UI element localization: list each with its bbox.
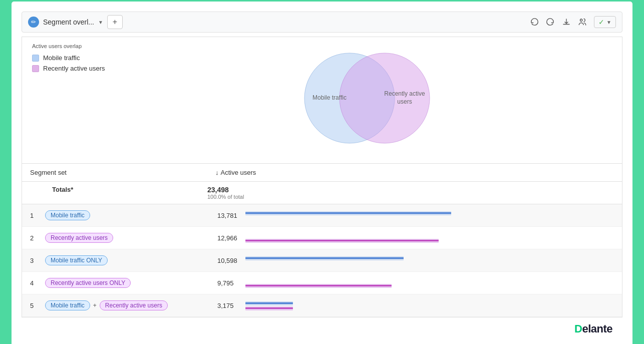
- row-value-container: 10,598: [215, 253, 614, 267]
- data-table: Segment set ↓ Active users Totals* 23,49…: [22, 164, 622, 317]
- legend-color-pink: [32, 65, 39, 72]
- table-row: 5Mobile traffic+Recently active users3,1…: [22, 294, 622, 317]
- toolbar-left: ✏ Segment overl... ▼ +: [28, 15, 530, 29]
- totals-label: Totals*: [52, 186, 207, 200]
- row-segment: Mobile traffic ONLY: [45, 255, 215, 265]
- row-segment: Mobile traffic: [45, 210, 215, 220]
- check-icon: ✓: [598, 18, 604, 26]
- brand-rest: elante: [582, 322, 612, 335]
- pencil-icon: ✏: [28, 17, 39, 28]
- row-number-value: 9,795: [217, 279, 234, 287]
- data-rows-container: 1Mobile traffic13,7812Recently active us…: [22, 204, 622, 317]
- row-value-container: 12,966: [215, 231, 614, 245]
- main-frame: ✏ Segment overl... ▼ + ✓ ▼: [10, 0, 634, 344]
- bar-container: 3,175: [215, 298, 614, 312]
- toolbar-title: Segment overl...: [43, 18, 94, 26]
- row-number-value: 12,966: [217, 234, 237, 242]
- bar-container: 9,795: [215, 276, 614, 290]
- row-value-container: 9,795: [215, 276, 614, 290]
- verified-button[interactable]: ✓ ▼: [594, 16, 616, 28]
- table-row: 1Mobile traffic13,781: [22, 204, 622, 227]
- row-number: 1: [30, 212, 45, 219]
- legend: Active users overlap Mobile traffic Rece…: [32, 43, 122, 72]
- bar-container: 10,598: [215, 253, 614, 267]
- download-icon[interactable]: [562, 18, 571, 27]
- bar-fill-pink: [245, 240, 439, 241]
- row-number-value: 13,781: [217, 212, 237, 219]
- col-header-active: ↓ Active users: [215, 169, 614, 176]
- row-number: 3: [30, 257, 45, 264]
- row-value-container: 3,175: [215, 298, 614, 312]
- table-row: 2Recently active users12,966: [22, 227, 622, 249]
- svg-text:users: users: [397, 98, 412, 105]
- toolbar: ✏ Segment overl... ▼ + ✓ ▼: [22, 12, 622, 33]
- brand-logo: Delante: [574, 322, 612, 335]
- row-segment: Recently active users ONLY: [45, 278, 215, 288]
- row-segment: Recently active users: [45, 233, 215, 243]
- totals-number: 23,498: [207, 186, 614, 194]
- segment-tag[interactable]: Mobile traffic: [45, 210, 90, 220]
- table-row: 4Recently active users ONLY9,795: [22, 272, 622, 294]
- toolbar-dropdown-arrow[interactable]: ▼: [98, 20, 103, 25]
- undo-icon[interactable]: [530, 18, 539, 27]
- totals-value: 23,498 100.0% of total: [207, 186, 614, 200]
- redo-icon[interactable]: [546, 18, 555, 27]
- plus-sign: +: [93, 302, 97, 309]
- verified-dropdown-arrow[interactable]: ▼: [606, 20, 611, 25]
- legend-item-recent: Recently active users: [32, 65, 122, 72]
- bar-container: 13,781: [215, 208, 614, 222]
- segment-tag[interactable]: Recently active users ONLY: [45, 278, 131, 288]
- svg-text:Mobile traffic: Mobile traffic: [312, 94, 347, 101]
- legend-color-blue: [32, 55, 39, 62]
- bar-fill-blue: [245, 212, 451, 214]
- bar-fill-pink: [245, 307, 293, 309]
- svg-point-0: [580, 19, 583, 22]
- row-number-value: 10,598: [217, 257, 237, 264]
- branding: Delante: [22, 317, 622, 338]
- brand-d: D: [574, 322, 582, 335]
- segment-tag[interactable]: Mobile traffic ONLY: [45, 255, 108, 265]
- bar-fill-pink: [245, 285, 392, 286]
- sort-arrow: ↓: [215, 169, 219, 176]
- chart-area: Active users overlap Mobile traffic Rece…: [22, 37, 622, 164]
- add-button[interactable]: +: [107, 15, 123, 29]
- row-number: 2: [30, 234, 45, 242]
- row-segment: Mobile traffic+Recently active users: [45, 300, 215, 310]
- table-row: 3Mobile traffic ONLY10,598: [22, 249, 622, 272]
- row-value-container: 13,781: [215, 208, 614, 222]
- legend-label-recent: Recently active users: [43, 65, 105, 72]
- totals-row: Totals* 23,498 100.0% of total: [22, 182, 622, 204]
- bar-fill-blue: [245, 257, 404, 259]
- venn-svg: Mobile traffic Recently active users: [272, 46, 462, 151]
- svg-text:Recently active: Recently active: [384, 90, 425, 97]
- legend-title: Active users overlap: [32, 43, 122, 49]
- col-active-label: Active users: [221, 169, 256, 176]
- segment-tag[interactable]: Recently active users: [45, 233, 113, 243]
- segment-tag[interactable]: Recently active users: [100, 300, 168, 310]
- bar-fill-blue: [245, 302, 293, 304]
- col-header-segment: Segment set: [30, 169, 215, 176]
- bar-container: 12,966: [215, 231, 614, 245]
- toolbar-right: ✓ ▼: [530, 16, 616, 28]
- row-number-value: 3,175: [217, 302, 234, 309]
- row-number: 4: [30, 279, 45, 287]
- main-content: Active users overlap Mobile traffic Rece…: [22, 37, 622, 317]
- segment-tag[interactable]: Mobile traffic: [45, 300, 90, 310]
- svg-point-2: [340, 53, 430, 143]
- legend-label-mobile: Mobile traffic: [43, 54, 80, 62]
- totals-percent: 100.0% of total: [207, 194, 614, 200]
- venn-diagram: Mobile traffic Recently active users: [122, 43, 612, 153]
- legend-item-mobile: Mobile traffic: [32, 54, 122, 62]
- table-header: Segment set ↓ Active users: [22, 164, 622, 182]
- users-icon[interactable]: [578, 18, 587, 27]
- row-number: 5: [30, 302, 45, 309]
